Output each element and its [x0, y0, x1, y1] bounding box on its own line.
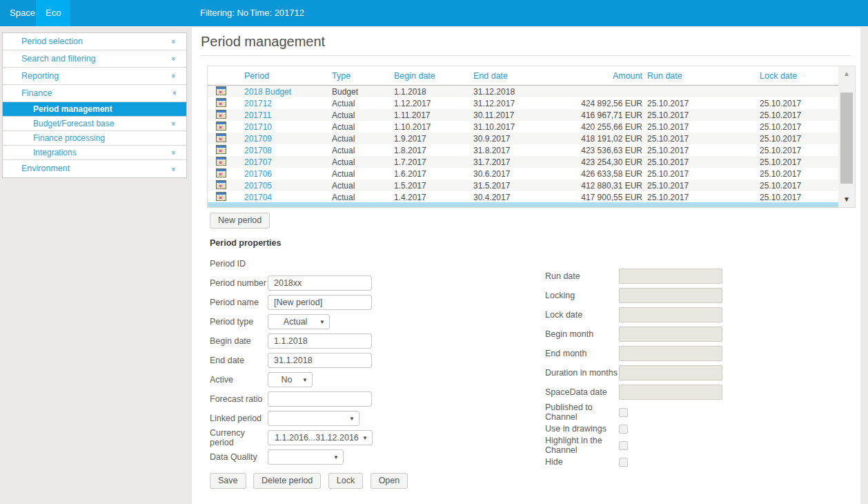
table-row[interactable]: 2018 Budget Budget 1.1.2018 31.12.2018 [208, 86, 838, 97]
highlight-in-the-channel-checkbox[interactable] [619, 441, 628, 450]
scrollbar-thumb[interactable] [840, 93, 853, 184]
table-header-row: Period Type Begin date End date Amount R… [208, 66, 838, 86]
dropdown-arrow-icon: ▼ [302, 374, 308, 387]
sidebar-item-label: Integrations [33, 148, 77, 157]
period-calendar-icon [208, 86, 244, 97]
cell-type: Budget [332, 87, 394, 97]
cell-begin-date: 1.5.2017 [394, 181, 473, 191]
delete-period-button[interactable]: Delete period [253, 473, 321, 489]
period-type-select[interactable]: Actual ▼ [268, 314, 330, 329]
sidebar-item-reporting[interactable]: Reporting » [3, 68, 186, 85]
period-link[interactable]: 201711 [244, 110, 271, 120]
table-row[interactable]: 201709 Actual 1.9.2017 30.9.2017 418 191… [208, 133, 838, 144]
period-link[interactable]: 201712 [244, 99, 272, 108]
table-row[interactable]: 201705 Actual 1.5.2017 31.5.2017 412 880… [208, 180, 838, 191]
cell-amount: 412 880,31 EUR [548, 181, 642, 191]
column-header-type[interactable]: Type [332, 71, 394, 81]
sidebar-item-search-and-filtering[interactable]: Search and filtering » [3, 50, 186, 68]
column-header-amount[interactable]: Amount [548, 71, 642, 81]
chevron-double-down-icon: » [170, 72, 178, 80]
period-link[interactable]: 2018 Budget [244, 87, 291, 97]
lock-button[interactable]: Lock [328, 473, 363, 489]
active-select[interactable]: No ▼ [268, 372, 313, 387]
sidebar-item-finance[interactable]: Finance » [3, 85, 186, 102]
cell-end-date: 31.12.2018 [473, 87, 548, 97]
sidebar-item-integrations[interactable]: Integrations » [3, 146, 186, 160]
selected-row-strip [208, 202, 838, 207]
period-link[interactable]: 201708 [244, 146, 272, 155]
table-row[interactable]: 201708 Actual 1.8.2017 31.8.2017 423 536… [208, 144, 838, 156]
cell-end-date: 31.10.2017 [473, 122, 548, 132]
period-link[interactable]: 201706 [244, 169, 272, 179]
data-quality-label: Data Quality [210, 452, 268, 462]
table-scrollbar[interactable]: ▲ ▼ [838, 66, 855, 207]
chevron-double-down-icon: » [170, 165, 178, 173]
cell-type: Actual [332, 122, 394, 132]
column-header-end-date[interactable]: End date [473, 71, 548, 81]
cell-lock-date: 25.10.2017 [755, 157, 838, 167]
currency-period-select[interactable]: 1.1.2016...31.12.2016 ▼ [268, 430, 373, 445]
cell-run-date: 25.10.2017 [642, 193, 755, 202]
scroll-down-icon[interactable]: ▼ [838, 192, 855, 207]
table-row[interactable]: 201704 Actual 1.4.2017 30.4.2017 417 900… [208, 191, 838, 203]
sidebar-item-environment[interactable]: Environment » [3, 160, 186, 177]
cell-end-date: 31.8.2017 [473, 146, 548, 155]
period-calendar-icon [208, 98, 244, 109]
period-table: Period Type Begin date End date Amount R… [207, 66, 856, 208]
period-name-label: Period name [210, 298, 268, 307]
period-link[interactable]: 201705 [244, 181, 272, 191]
tab-eco[interactable]: Eco [36, 0, 70, 26]
published-to-channel-checkbox[interactable] [619, 408, 628, 417]
table-row[interactable]: 201706 Actual 1.6.2017 30.6.2017 426 633… [208, 168, 838, 180]
sidebar-item-finance-processing[interactable]: Finance processing [3, 131, 186, 146]
begin-date-field[interactable] [268, 333, 372, 349]
highlight-in-the-channel-label: Highlight in the Channel [545, 436, 619, 455]
form-action-buttons: Save Delete period Lock Open [210, 473, 412, 489]
column-header-period[interactable]: Period [244, 71, 332, 81]
linked-period-select[interactable]: ▼ [268, 411, 359, 426]
period-name-field[interactable] [268, 295, 372, 310]
cell-lock-date: 25.10.2017 [755, 169, 838, 179]
cell-begin-date: 1.7.2017 [394, 157, 473, 167]
sidebar-item-period-management[interactable]: Period management [3, 102, 186, 117]
period-link[interactable]: 201707 [244, 157, 272, 167]
period-link[interactable]: 201709 [244, 134, 272, 144]
cell-lock-date: 25.10.2017 [755, 181, 838, 191]
period-link[interactable]: 201704 [244, 193, 272, 202]
table-row[interactable]: 201711 Actual 1.11.2017 30.11.2017 416 9… [208, 109, 838, 121]
hide-checkbox[interactable] [619, 458, 628, 467]
save-button[interactable]: Save [210, 473, 246, 489]
cell-lock-date: 25.10.2017 [755, 110, 838, 120]
scroll-up-icon[interactable]: ▲ [838, 66, 855, 81]
cell-run-date: 25.10.2017 [642, 99, 755, 108]
cell-run-date: 25.10.2017 [642, 134, 755, 144]
cell-end-date: 31.5.2017 [473, 181, 548, 191]
published-to-channel-label: Published to Channel [545, 403, 619, 422]
period-number-field[interactable] [268, 275, 372, 291]
cell-begin-date: 1.8.2017 [394, 146, 473, 155]
cell-amount: 417 900,55 EUR [548, 193, 642, 202]
period-properties-heading: Period properties [210, 238, 417, 248]
period-link[interactable]: 201710 [244, 122, 272, 132]
use-in-drawings-checkbox[interactable] [619, 425, 628, 434]
column-header-run-date[interactable]: Run date [642, 71, 755, 81]
open-button[interactable]: Open [371, 473, 408, 489]
new-period-button[interactable]: New period [210, 213, 270, 229]
period-calendar-icon [208, 122, 244, 133]
end-date-field[interactable] [268, 353, 372, 368]
chevron-double-down-icon: » [170, 148, 178, 157]
cell-run-date: 25.10.2017 [642, 181, 755, 191]
sidebar-item-label: Search and filtering [21, 54, 96, 64]
period-calendar-icon [208, 168, 244, 180]
table-row[interactable]: 201712 Actual 1.12.2017 31.12.2017 424 8… [208, 97, 838, 109]
column-header-begin-date[interactable]: Begin date [394, 71, 473, 81]
cell-begin-date: 1.11.2017 [394, 110, 473, 120]
table-row[interactable]: 201710 Actual 1.10.2017 31.10.2017 420 2… [208, 121, 838, 133]
data-quality-select[interactable]: ▼ [268, 449, 344, 465]
forecast-ratio-field[interactable] [268, 391, 372, 407]
column-header-lock-date[interactable]: Lock date [755, 71, 838, 81]
table-row[interactable]: 201707 Actual 1.7.2017 31.7.2017 423 254… [208, 156, 838, 168]
active-label: Active [210, 375, 268, 385]
sidebar-item-budget-forecast-base[interactable]: Budget/Forecast base » [3, 117, 186, 131]
sidebar-item-period-selection[interactable]: Period selection » [3, 33, 186, 50]
